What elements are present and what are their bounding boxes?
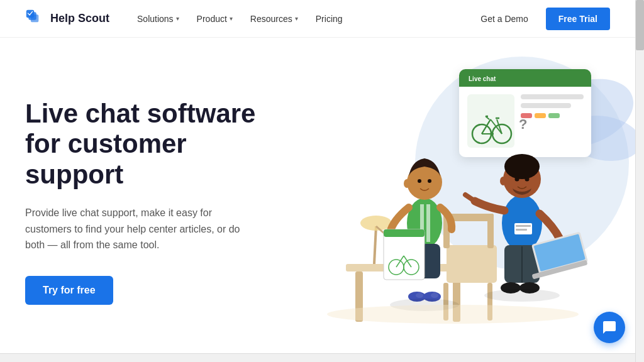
svg-rect-28 [548,113,560,118]
svg-point-53 [418,179,421,183]
svg-rect-43 [426,204,430,242]
vertical-scrollbar[interactable] [635,0,644,362]
logo-icon [25,9,45,29]
svg-point-69 [515,177,519,182]
svg-point-70 [525,177,530,182]
svg-rect-77 [516,225,531,227]
svg-point-33 [360,216,392,231]
nav-resources[interactable]: Resources ▾ [243,9,306,29]
get-demo-link[interactable]: Get a Demo [473,9,535,29]
nav-solutions[interactable]: Solutions ▾ [130,9,187,29]
chat-bubble-button[interactable] [594,312,625,343]
svg-point-50 [416,293,423,298]
svg-text:?: ? [519,116,527,132]
chevron-down-icon: ▾ [230,15,233,22]
chevron-down-icon: ▾ [176,15,179,22]
navbar: Help Scout Solutions ▾ Product ▾ Resourc… [0,0,635,38]
nav-pricing[interactable]: Pricing [308,9,350,29]
nav-links: Solutions ▾ Product ▾ Resources ▾ Pricin… [130,9,473,29]
horizontal-scrollbar[interactable] [0,353,635,362]
hero-title: Live chat software for customer support [25,99,289,190]
free-trial-button[interactable]: Free Trial [546,8,610,30]
svg-rect-35 [447,245,497,283]
svg-rect-27 [535,113,546,118]
svg-rect-78 [516,229,527,231]
chevron-down-icon: ▾ [295,15,298,22]
hero-content: Live chat software for customer support … [25,99,289,305]
svg-line-32 [374,226,376,264]
hero-section: Live chat software for customer support … [0,38,635,353]
svg-rect-24 [521,94,584,99]
hero-illustration: Live chat ? [283,38,635,346]
svg-point-80 [484,289,560,302]
nav-product[interactable]: Product ▾ [189,9,240,29]
svg-point-51 [431,293,438,298]
svg-point-54 [428,179,431,183]
svg-rect-57 [384,229,425,237]
svg-point-55 [404,179,410,188]
svg-text:Live chat: Live chat [469,75,496,82]
svg-point-81 [327,305,579,324]
logo[interactable]: Help Scout [25,9,109,29]
hero-subtitle: Provide live chat support, make it easy … [25,205,252,253]
try-for-free-button[interactable]: Try for free [25,276,113,305]
svg-rect-25 [521,103,571,108]
svg-point-68 [504,154,540,179]
chat-icon [602,320,617,335]
svg-point-71 [500,177,506,185]
svg-rect-2 [28,12,36,19]
brand-name: Help Scout [50,12,109,25]
svg-rect-26 [521,113,532,118]
nav-right: Get a Demo Free Trial [473,8,610,30]
